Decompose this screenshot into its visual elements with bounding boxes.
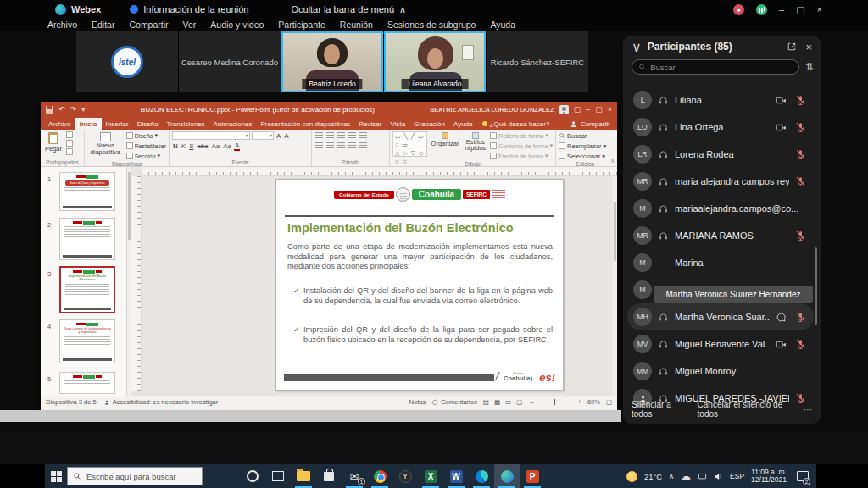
maximize-button[interactable]: ▢ <box>796 4 804 15</box>
canvas-scrollbar[interactable] <box>613 176 617 396</box>
participant-row[interactable]: MM Miguel Monroy <box>627 358 814 385</box>
menu-compartir[interactable]: Compartir <box>129 19 168 30</box>
speaker-icon[interactable] <box>714 472 723 481</box>
font-size-combobox[interactable] <box>252 131 274 140</box>
video-tile-ricardo[interactable]: Ricardo Sánchez-SEFIRC <box>487 31 588 92</box>
cut-icon[interactable] <box>66 131 73 138</box>
accessibility-status[interactable]: Accesibilidad: es necesario investigar <box>103 398 219 406</box>
file-explorer-button[interactable] <box>291 464 316 488</box>
menu-audio-video[interactable]: Audio y video <box>210 19 264 30</box>
shape-effects-button[interactable]: Efectos de forma▾ <box>490 152 553 160</box>
video-tile-lileana[interactable]: Lileana Alvarado <box>384 31 486 92</box>
participant-row[interactable]: LO Lina Ortega <box>627 114 814 141</box>
webex-taskbar-button[interactable] <box>494 464 520 488</box>
slide-thumbnail-4[interactable]: Pasos a seguir en las dependencias y org… <box>59 319 115 363</box>
excel-button[interactable]: X <box>418 464 443 488</box>
menu-editar[interactable]: Editar <box>92 19 114 30</box>
save-icon[interactable] <box>46 106 53 114</box>
section-button[interactable]: Sección▾ <box>126 152 166 160</box>
participant-row[interactable]: L Liliana <box>627 86 814 114</box>
mic-muted-icon[interactable] <box>795 149 806 160</box>
find-button[interactable]: Buscar <box>559 131 587 140</box>
word-button[interactable]: W <box>443 464 469 488</box>
shapes-gallery[interactable]: ▭ ╲ ╱ ▭ ○ ▭ △ ▷ ▽ ◇ ○ ☆ ◠ ◡ ( ) ☆ ▾ <box>392 131 427 157</box>
participants-search-box[interactable] <box>632 59 799 75</box>
underline-button[interactable]: S <box>188 142 194 150</box>
bullets-icon[interactable] <box>315 132 323 139</box>
close-panel-icon[interactable]: × <box>805 41 812 53</box>
align-center-icon[interactable] <box>326 142 334 149</box>
unmute-all-button[interactable]: Cancelar el silencio de todos <box>698 400 793 419</box>
copy-icon[interactable] <box>66 140 73 147</box>
tab-insertar[interactable]: Insertar <box>102 118 133 130</box>
language-indicator[interactable]: ESP <box>730 472 744 480</box>
mic-muted-icon[interactable] <box>795 312 806 323</box>
character-spacing-button[interactable]: Aa <box>210 142 220 150</box>
slide-thumbnail-5[interactable] <box>59 372 115 394</box>
shape-outline-button[interactable]: Contorno de forma▾ <box>490 141 553 150</box>
font-controls[interactable]: N K S abc Aa Aa A <box>172 141 309 150</box>
grow-font-button[interactable]: A <box>275 132 281 140</box>
redo-icon[interactable]: ↷ <box>70 106 77 114</box>
ppt-share-button[interactable]: Compartir <box>562 118 617 130</box>
reset-button[interactable]: Restablecer <box>126 141 166 150</box>
notes-button[interactable]: Notas <box>409 398 426 406</box>
paste-button[interactable]: Pegar <box>43 131 64 153</box>
change-case-button[interactable]: Aa <box>222 142 232 150</box>
menu-sesiones[interactable]: Sesiones de subgrupo <box>387 19 476 30</box>
video-tile-beatriz[interactable]: Beatriz Loredo <box>281 31 383 92</box>
participants-search-input[interactable] <box>650 63 793 72</box>
participants-more-button[interactable]: ··· <box>804 405 812 414</box>
bold-button[interactable]: N <box>172 142 179 150</box>
video-tile-logo[interactable]: istel <box>76 31 178 92</box>
quick-access-caret-icon[interactable]: ▾ <box>81 106 86 114</box>
zoom-slider[interactable]: – + <box>530 398 581 406</box>
strikethrough-button[interactable]: abc <box>196 142 209 150</box>
clipboard-small-buttons[interactable] <box>66 131 73 155</box>
mic-muted-icon[interactable] <box>795 339 806 350</box>
tray-expand-chevron-icon[interactable]: ∧ <box>669 473 674 480</box>
numbering-icon[interactable] <box>326 132 334 139</box>
justify-icon[interactable] <box>348 142 356 149</box>
fit-slide-icon[interactable]: ▢ <box>606 398 612 406</box>
zoom-slider-thumb[interactable] <box>554 399 555 405</box>
mic-muted-icon[interactable] <box>795 176 806 187</box>
paragraph-row-2[interactable] <box>314 141 368 150</box>
shape-fill-button[interactable]: Relleno de forma▾ <box>490 131 553 140</box>
replace-button[interactable]: Reemplazar ▾ <box>559 141 606 150</box>
tab-vista[interactable]: Vista <box>386 118 409 130</box>
store-button[interactable] <box>316 464 342 488</box>
mic-muted-icon[interactable] <box>795 95 806 106</box>
video-tile-cesareo[interactable]: Cesareo Medina Coronado <box>179 31 281 92</box>
task-view-button[interactable] <box>265 464 291 488</box>
columns-icon[interactable] <box>359 142 367 149</box>
cortana-button[interactable] <box>240 464 265 488</box>
panel-collapse-icon[interactable]: ∨ <box>632 39 642 55</box>
menu-reunion[interactable]: Reunión <box>340 19 373 30</box>
participant-row-highlighted[interactable]: MH Martha Veronica Suar... <box>627 303 814 330</box>
weather-icon[interactable] <box>626 471 637 482</box>
slide-thumbnail-3-selected[interactable]: Implementación del Buzón Electrónico <box>59 266 115 313</box>
participant-row[interactable]: MV Miguel Benavente Val... <box>627 330 814 358</box>
tell-me-box[interactable]: ¿Qué desea hacer? <box>477 118 555 130</box>
participants-scrollbar[interactable] <box>815 247 817 325</box>
menu-ayuda[interactable]: Ayuda <box>490 19 515 30</box>
ppt-minimize-button[interactable]: – <box>586 106 590 114</box>
chrome-button[interactable] <box>367 464 392 488</box>
tab-ayuda[interactable]: Ayuda <box>449 118 477 130</box>
select-button[interactable]: Seleccionar ▾ <box>559 152 605 160</box>
font-color-button[interactable]: A <box>234 141 240 151</box>
view-switcher-icons[interactable]: ▤ ▦ ▭ ▢ <box>483 398 525 406</box>
indent-increase-icon[interactable] <box>348 132 356 139</box>
onedrive-cloud-icon[interactable]: ☁ <box>681 470 691 482</box>
meeting-info-label[interactable]: Información de la reunión <box>143 4 248 14</box>
mail-button[interactable]: ✉ 1 <box>342 464 367 488</box>
taskbar-search-input[interactable] <box>86 472 186 481</box>
zoom-in-icon[interactable]: + <box>578 398 581 406</box>
powerpoint-button[interactable]: P <box>520 464 545 488</box>
ppt-close-button[interactable]: × <box>608 106 612 114</box>
menu-participante[interactable]: Participante <box>278 19 325 30</box>
network-icon[interactable] <box>698 472 707 481</box>
chat-bubble-icon[interactable] <box>776 312 787 323</box>
participant-row[interactable]: M Marina <box>627 249 814 276</box>
